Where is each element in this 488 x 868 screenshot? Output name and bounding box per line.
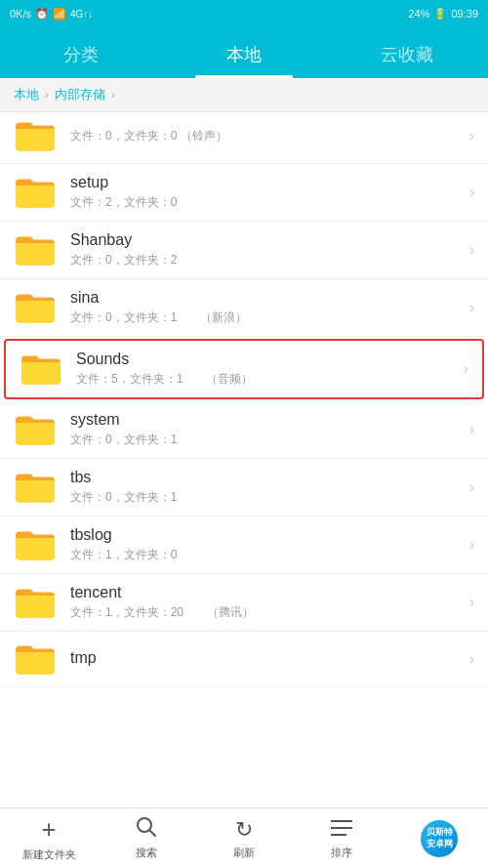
file-name-system: system: [70, 411, 462, 429]
refresh-icon: ↻: [235, 817, 253, 843]
sort-icon: [331, 817, 352, 843]
file-name-sounds: Sounds: [76, 351, 456, 368]
list-item-setup[interactable]: setup 文件：2，文件夹：0 ›: [0, 164, 488, 222]
file-meta-sina: 文件：0，文件夹：1 （新浪）: [70, 310, 462, 326]
tab-local[interactable]: 本地: [163, 31, 326, 78]
svg-line-1: [149, 830, 155, 836]
folder-icon-system: [14, 412, 57, 447]
folder-icon-sounds: [20, 351, 62, 387]
list-item-sina[interactable]: sina 文件：0，文件夹：1 （新浪） ›: [0, 279, 488, 337]
search-button[interactable]: 搜索: [98, 816, 195, 860]
file-info-tbs: tbs 文件：0，文件夹：1: [70, 469, 462, 506]
list-item-tbslog[interactable]: tbslog 文件：1，文件夹：0 ›: [0, 517, 488, 574]
chevron-icon: ›: [469, 421, 474, 438]
folder-icon-setup: [14, 175, 57, 210]
status-right: 24% 🔋 09:39: [408, 8, 478, 21]
folder-icon: [14, 118, 57, 153]
search-label: 搜索: [136, 846, 157, 860]
sort-button[interactable]: 排序: [293, 817, 390, 860]
status-left: 0K/s ⏰ 📶 4G↑↓: [10, 8, 93, 21]
file-meta-tbs: 文件：0，文件夹：1: [70, 489, 462, 506]
signal-icon: 4G↑↓: [70, 9, 93, 20]
file-info-shanbay: Shanbay 文件：0，文件夹：2: [70, 231, 462, 269]
refresh-button[interactable]: ↻ 刷新: [195, 817, 293, 860]
tab-bar: 分类 本地 云收藏: [0, 27, 488, 78]
file-info-tmp: tmp: [70, 649, 462, 670]
folder-icon-tencent: [14, 585, 57, 620]
file-info-tencent: tencent 文件：1，文件夹：20 （腾讯）: [70, 584, 462, 621]
file-name-tbs: tbs: [70, 469, 462, 486]
chevron-icon: ›: [469, 478, 474, 496]
tab-classify[interactable]: 分类: [0, 31, 163, 78]
bottom-bar: + 新建文件夹 搜索 ↻ 刷新 排序 贝斯特安卓网: [0, 807, 488, 868]
file-info-tbslog: tbslog 文件：1，文件夹：0: [70, 526, 462, 563]
file-name-sina: sina: [70, 289, 462, 307]
status-time: 09:39: [451, 8, 478, 20]
chevron-icon: ›: [469, 241, 474, 259]
file-name-tmp: tmp: [70, 649, 462, 667]
list-item-sounds[interactable]: Sounds 文件：5，文件夹：1 （音频） ›: [4, 339, 484, 399]
file-name-tencent: tencent: [70, 584, 462, 601]
battery-icon: 🔋: [433, 8, 447, 21]
folder-icon-shanbay: [14, 232, 57, 268]
battery-percent: 24%: [408, 8, 429, 20]
tab-local-label: 本地: [226, 43, 262, 66]
folder-icon-sina: [14, 290, 57, 325]
refresh-label: 刷新: [233, 846, 255, 860]
file-info-partial: 文件：0，文件夹：0 （铃声）: [70, 128, 462, 145]
chevron-icon: ›: [469, 184, 474, 201]
new-folder-button[interactable]: + 新建文件夹: [0, 814, 98, 862]
file-meta-tbslog: 文件：1，文件夹：0: [70, 547, 462, 563]
file-meta-setup: 文件：2，文件夹：0: [70, 194, 462, 211]
file-meta-partial: 文件：0，文件夹：0 （铃声）: [70, 128, 462, 145]
file-meta-tencent: 文件：1，文件夹：20 （腾讯）: [70, 604, 462, 621]
list-item-system[interactable]: system 文件：0，文件夹：1 ›: [0, 401, 488, 459]
tab-cloud-label: 云收藏: [381, 43, 433, 66]
file-meta-system: 文件：0，文件夹：1: [70, 432, 462, 448]
breadcrumb-local[interactable]: 本地: [14, 86, 39, 103]
chevron-icon: ›: [469, 299, 474, 316]
folder-icon-tbs: [14, 470, 57, 505]
file-info-system: system 文件：0，文件夹：1: [70, 411, 462, 448]
chevron-icon: ›: [469, 127, 474, 145]
file-info-sina: sina 文件：0，文件夹：1 （新浪）: [70, 289, 462, 326]
list-item-partial[interactable]: 文件：0，文件夹：0 （铃声） ›: [0, 112, 488, 164]
breadcrumb: 本地 › 内部存储 ›: [0, 78, 488, 112]
breadcrumb-internal[interactable]: 内部存储: [55, 86, 105, 103]
list-item-shanbay[interactable]: Shanbay 文件：0，文件夹：2 ›: [0, 222, 488, 279]
file-name-shanbay: Shanbay: [70, 231, 462, 249]
sort-label: 排序: [331, 846, 352, 860]
folder-icon-tmp: [14, 641, 57, 677]
chevron-icon: ›: [469, 536, 474, 554]
file-name-setup: setup: [70, 174, 462, 191]
status-speed: 0K/s: [10, 8, 31, 20]
chevron-icon: ›: [469, 650, 474, 668]
file-info-setup: setup 文件：2，文件夹：0: [70, 174, 462, 211]
file-info-sounds: Sounds 文件：5，文件夹：1 （音频）: [76, 351, 456, 388]
new-folder-icon: +: [41, 814, 56, 845]
file-name-tbslog: tbslog: [70, 526, 462, 544]
list-item-tbs[interactable]: tbs 文件：0，文件夹：1 ›: [0, 459, 488, 517]
status-bar: 0K/s ⏰ 📶 4G↑↓ 24% 🔋 09:39: [0, 0, 488, 27]
clock-icon: ⏰: [35, 8, 49, 21]
brand-logo: 贝斯特安卓网: [421, 820, 458, 857]
file-meta-sounds: 文件：5，文件夹：1 （音频）: [76, 371, 456, 388]
chevron-icon: ›: [464, 360, 468, 378]
list-item-tencent[interactable]: tencent 文件：1，文件夹：20 （腾讯） ›: [0, 574, 488, 632]
logo-button[interactable]: 贝斯特安卓网: [390, 820, 488, 857]
breadcrumb-sep-1: ›: [45, 88, 49, 102]
search-icon: [136, 816, 157, 843]
wifi-icon: 📶: [53, 8, 66, 21]
new-folder-label: 新建文件夹: [22, 847, 76, 862]
tab-classify-label: 分类: [63, 43, 99, 66]
list-item-tmp[interactable]: tmp ›: [0, 632, 488, 687]
file-meta-shanbay: 文件：0，文件夹：2: [70, 252, 462, 269]
breadcrumb-sep-2: ›: [111, 88, 115, 102]
chevron-icon: ›: [469, 594, 474, 611]
tab-cloud[interactable]: 云收藏: [325, 31, 488, 78]
file-list: 文件：0，文件夹：0 （铃声） › setup 文件：2，文件夹：0 › Sha…: [0, 112, 488, 805]
folder-icon-tbslog: [14, 527, 57, 562]
